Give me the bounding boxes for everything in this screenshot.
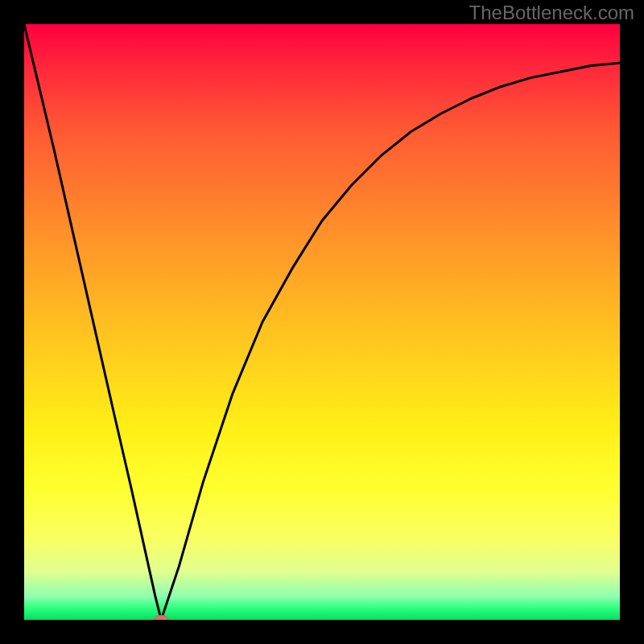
bottleneck-curve [24, 24, 620, 620]
chart-container: TheBottleneck.com [0, 0, 644, 644]
watermark-text: TheBottleneck.com [469, 2, 634, 24]
optimal-marker [154, 615, 168, 620]
plot-area [24, 24, 620, 620]
chart-svg [24, 24, 620, 620]
